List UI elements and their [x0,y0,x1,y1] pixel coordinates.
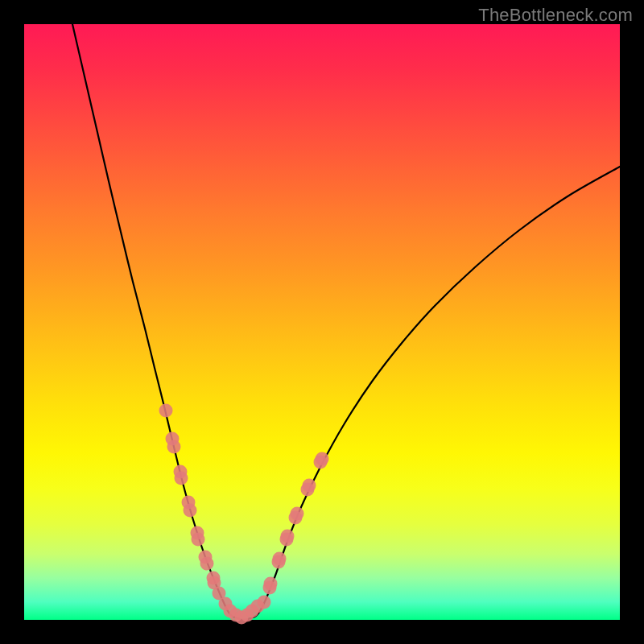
data-dot-left [200,557,214,571]
data-dot-right [281,530,295,543]
data-dot-left [192,533,205,547]
data-dot-left [159,404,173,418]
watermark-text: TheBottleneck.com [478,5,633,26]
data-dot-left [175,472,188,485]
data-dot-right [316,452,329,466]
data-dot-right [273,552,287,566]
data-dot-right [264,577,278,591]
dot-layer [24,24,620,620]
data-dot-left [184,504,197,518]
data-dot-right [258,596,271,609]
data-dot-right [303,479,316,493]
plot-area [24,24,620,620]
data-dot-right [291,507,304,521]
data-dot-left [167,440,181,454]
chart-frame: TheBottleneck.com [0,0,644,644]
